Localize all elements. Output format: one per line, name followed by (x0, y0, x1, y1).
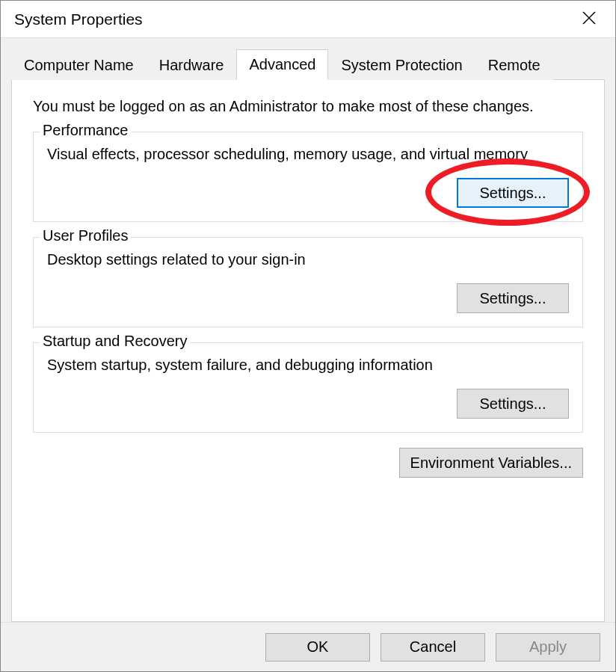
startup-recovery-desc: System startup, system failure, and debu… (47, 355, 569, 375)
window-title: System Properties (14, 10, 143, 28)
system-properties-window: System Properties Computer Name Hardware… (0, 0, 616, 672)
user-profiles-group: User Profiles Desktop settings related t… (33, 237, 583, 327)
performance-settings-button[interactable]: Settings... (457, 178, 569, 208)
titlebar: System Properties (1, 1, 615, 38)
dialog-body: Computer Name Hardware Advanced System P… (1, 38, 615, 622)
tab-strip: Computer Name Hardware Advanced System P… (11, 49, 605, 79)
user-profiles-settings-button[interactable]: Settings... (457, 283, 569, 313)
startup-recovery-title: Startup and Recovery (40, 333, 190, 350)
ok-button[interactable]: OK (265, 633, 370, 662)
tab-advanced[interactable]: Advanced (236, 49, 328, 80)
performance-desc: Visual effects, processor scheduling, me… (47, 144, 569, 164)
environment-variables-button[interactable]: Environment Variables... (399, 448, 583, 478)
advanced-panel: You must be logged on as an Administrato… (11, 79, 605, 622)
apply-button[interactable]: Apply (496, 633, 600, 662)
dialog-footer: OK Cancel Apply (1, 622, 615, 671)
startup-recovery-settings-button[interactable]: Settings... (457, 389, 569, 419)
startup-recovery-group: Startup and Recovery System startup, sys… (33, 342, 583, 433)
tab-remote[interactable]: Remote (475, 50, 553, 80)
performance-title: Performance (40, 122, 132, 139)
user-profiles-desc: Desktop settings related to your sign-in (47, 250, 569, 270)
cancel-button[interactable]: Cancel (381, 633, 485, 662)
performance-group: Performance Visual effects, processor sc… (33, 132, 583, 222)
tab-computer-name[interactable]: Computer Name (11, 50, 147, 80)
tab-hardware[interactable]: Hardware (147, 50, 237, 80)
close-icon[interactable] (576, 8, 602, 31)
user-profiles-title: User Profiles (40, 227, 131, 244)
admin-notice: You must be logged on as an Administrato… (33, 98, 583, 115)
tab-system-protection[interactable]: System Protection (328, 50, 475, 80)
